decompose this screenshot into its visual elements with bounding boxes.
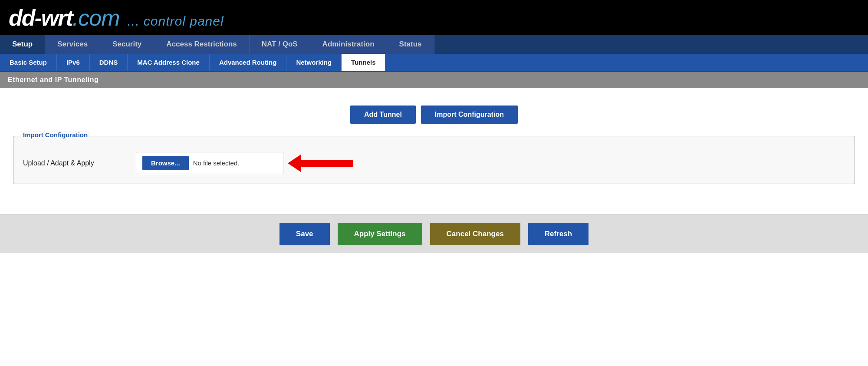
cancel-changes-button[interactable]: Cancel Changes <box>430 223 520 245</box>
save-button[interactable]: Save <box>279 223 330 245</box>
header: dd-wrt .com ... control panel <box>0 0 868 35</box>
secondary-tab-mac-address-clone[interactable]: MAC Address Clone <box>128 54 210 71</box>
primary-tab-status[interactable]: Status <box>387 35 434 54</box>
import-configuration-button[interactable]: Import Configuration <box>421 106 518 124</box>
secondary-tab-advanced-routing[interactable]: Advanced Routing <box>210 54 287 71</box>
logo-ddwrt: dd-wrt <box>9 7 72 29</box>
no-file-text: No file selected. <box>193 159 240 167</box>
svg-marker-0 <box>288 155 353 172</box>
logo-com: .com <box>72 7 120 29</box>
import-config-legend: Import Configuration <box>20 131 90 138</box>
primary-nav: Setup Services Security Access Restricti… <box>0 35 868 54</box>
secondary-tab-networking[interactable]: Networking <box>286 54 342 71</box>
footer-bar: Save Apply Settings Cancel Changes Refre… <box>0 214 868 253</box>
file-input-area: Browse... No file selected. <box>136 152 283 174</box>
refresh-button[interactable]: Refresh <box>528 223 589 245</box>
primary-tab-setup[interactable]: Setup <box>0 35 45 54</box>
file-input-wrapper: Browse... No file selected. <box>136 152 283 174</box>
secondary-nav: Basic Setup IPv6 DDNS MAC Address Clone … <box>0 54 868 72</box>
primary-tab-services[interactable]: Services <box>45 35 100 54</box>
upload-label: Upload / Adapt & Apply <box>23 159 136 167</box>
import-config-box: Import Configuration Upload / Adapt & Ap… <box>13 136 855 184</box>
main-content: Add Tunnel Import Configuration Import C… <box>0 88 868 206</box>
primary-tab-security[interactable]: Security <box>100 35 154 54</box>
action-buttons-row: Add Tunnel Import Configuration <box>13 106 855 124</box>
browse-button[interactable]: Browse... <box>142 156 189 170</box>
apply-settings-button[interactable]: Apply Settings <box>338 223 422 245</box>
primary-tab-administration[interactable]: Administration <box>310 35 387 54</box>
secondary-tab-basic-setup[interactable]: Basic Setup <box>0 54 57 71</box>
secondary-tab-tunnels[interactable]: Tunnels <box>342 54 385 71</box>
logo: dd-wrt .com ... control panel <box>9 7 224 29</box>
secondary-tab-ipv6[interactable]: IPv6 <box>57 54 90 71</box>
red-arrow-annotation <box>288 155 353 172</box>
secondary-tab-ddns[interactable]: DDNS <box>90 54 128 71</box>
add-tunnel-button[interactable]: Add Tunnel <box>350 106 416 124</box>
primary-tab-nat-qos[interactable]: NAT / QoS <box>250 35 310 54</box>
section-header: Ethernet and IP Tunneling <box>0 72 868 88</box>
logo-control-panel: ... control panel <box>128 14 224 29</box>
import-config-row: Upload / Adapt & Apply Browse... No file… <box>23 152 845 174</box>
primary-tab-access-restrictions[interactable]: Access Restrictions <box>154 35 250 54</box>
